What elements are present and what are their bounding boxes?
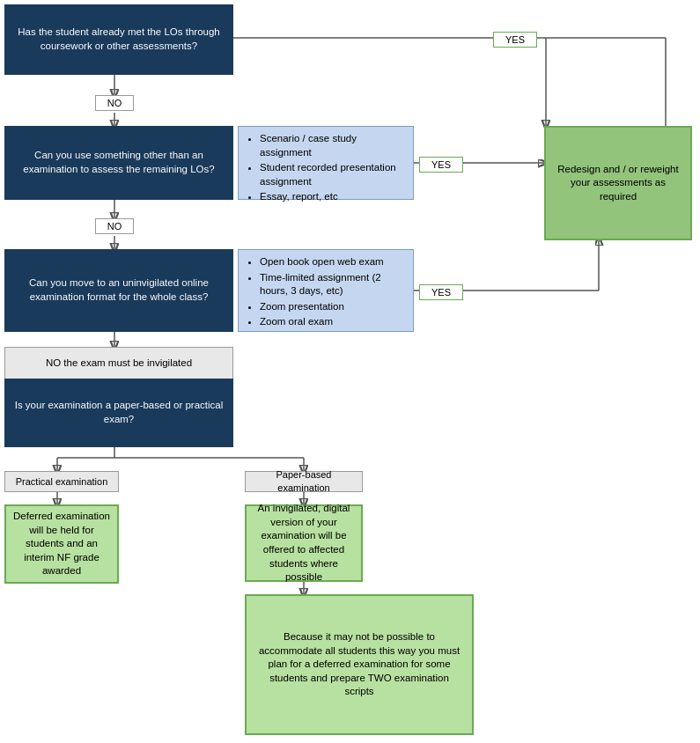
no-label-q2: NO	[95, 218, 134, 234]
digital-version-box: An invigilated, digital version of your …	[245, 504, 363, 582]
yes-label-q1: YES	[493, 32, 537, 48]
yes-label-q2: YES	[419, 157, 463, 173]
no-invigilated-box: NO the exam must be invigilated	[4, 347, 233, 380]
q3-box: Can you move to an uninvigilated online …	[4, 249, 233, 332]
q2-options-box: Scenario / case study assignment Student…	[238, 126, 414, 200]
redesign-box: Redesign and / or reweight your assessme…	[544, 126, 692, 240]
deferred-practical-box: Deferred examination will be held for st…	[4, 504, 119, 584]
paper-box: Paper-based examination	[245, 471, 363, 492]
yes-label-q3: YES	[419, 284, 463, 300]
practical-box: Practical examination	[4, 471, 119, 492]
q4-box: Is your examination a paper-based or pra…	[4, 379, 233, 447]
q3-options-list: Open book open web exam Time-limited ass…	[246, 255, 406, 331]
flowchart: Has the student already met the LOs thro…	[0, 0, 700, 743]
q3-options-box: Open book open web exam Time-limited ass…	[238, 249, 414, 332]
because-box: Because it may not be possible to accomm…	[245, 594, 474, 735]
q1-box: Has the student already met the LOs thro…	[4, 4, 233, 75]
no-label-q1: NO	[95, 95, 134, 111]
q2-options-list: Scenario / case study assignment Student…	[246, 132, 406, 206]
q2-box: Can you use something other than an exam…	[4, 126, 233, 200]
